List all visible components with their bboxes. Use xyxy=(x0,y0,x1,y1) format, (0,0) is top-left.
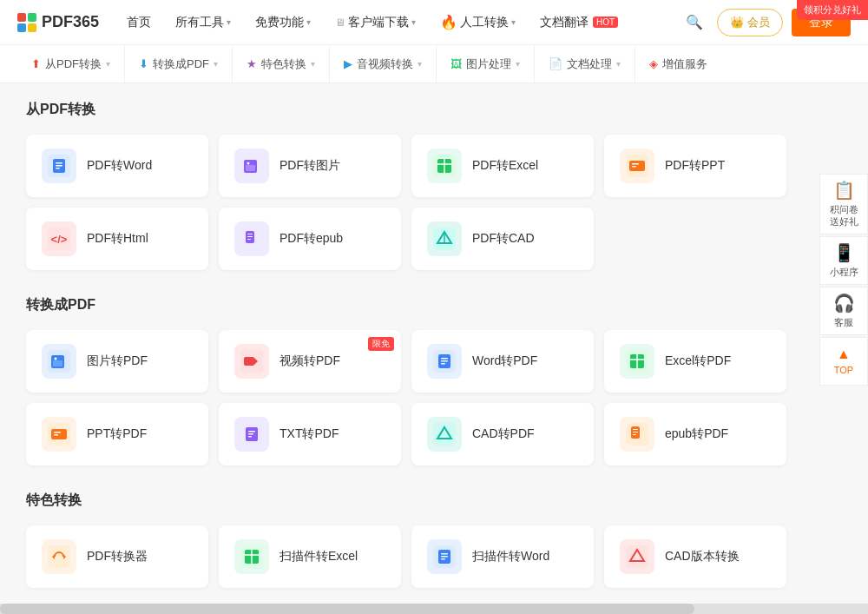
special-grid: PDF转换器 扫描件转Excel 扫描件转Word CAD版本转换 xyxy=(26,525,842,588)
pdf-converter-icon xyxy=(42,539,76,574)
tool-video-to-pdf[interactable]: 视频转PDF 限免 xyxy=(219,330,401,393)
svg-rect-2 xyxy=(56,162,62,164)
svg-rect-36 xyxy=(441,358,448,360)
svg-rect-16 xyxy=(632,166,636,168)
section-to-pdf: 转换成PDF 图片转PDF 视频转PDF 限免 Word转PDF xyxy=(26,296,842,465)
tool-word-to-pdf[interactable]: Word转PDF xyxy=(411,330,594,393)
tool-scan-to-excel[interactable]: 扫描件转Excel xyxy=(219,525,401,588)
horizontal-scrollbar[interactable] xyxy=(0,604,868,614)
tool-name: PDF转Html xyxy=(87,231,148,247)
section-special-title: 特色转换 xyxy=(26,492,842,510)
svg-rect-44 xyxy=(51,429,67,439)
pdf-to-word-icon xyxy=(42,149,76,183)
nav-home[interactable]: 首页 xyxy=(116,10,161,36)
tool-pdf-to-cad[interactable]: PDF转CAD xyxy=(411,208,594,270)
mini-program-button[interactable]: 📱 小程序 xyxy=(819,236,868,285)
up-arrow-icon: ▲ xyxy=(837,347,851,362)
tool-scan-to-word[interactable]: 扫描件转Word xyxy=(411,525,594,588)
tool-pdf-to-word[interactable]: PDF转Word xyxy=(26,135,208,197)
chevron-down-icon: ▾ xyxy=(418,59,422,69)
tool-name: PDF转PPT xyxy=(665,158,725,174)
svg-rect-29 xyxy=(53,360,62,366)
tool-name: CAD转PDF xyxy=(472,426,535,442)
tool-pdf-to-epub[interactable]: PDF转epub xyxy=(219,208,401,270)
sub-nav-image[interactable]: 🖼 图片处理 ▾ xyxy=(437,45,535,83)
scrollbar-thumb[interactable] xyxy=(0,604,694,614)
word-to-pdf-icon xyxy=(427,344,462,379)
tool-txt-to-pdf[interactable]: TXT转PDF xyxy=(219,403,401,465)
tool-name: 视频转PDF xyxy=(279,353,340,369)
svg-rect-21 xyxy=(247,234,253,234)
pdf-to-excel-icon xyxy=(427,149,462,183)
tool-name: Excel转PDF xyxy=(665,353,731,369)
logo-icon xyxy=(17,13,36,32)
from-pdf-grid: PDF转Word PDF转图片 PDF转Excel PDF转PPT xyxy=(26,135,842,270)
svg-text:</>: </> xyxy=(51,233,68,246)
logo[interactable]: PDF365 xyxy=(17,13,99,32)
tool-pdf-to-image[interactable]: PDF转图片 xyxy=(219,135,401,197)
pdf-to-ppt-icon xyxy=(620,149,654,183)
main-content: 从PDF转换 PDF转Word PDF转图片 PDF转Excel xyxy=(0,83,868,614)
svg-rect-70 xyxy=(441,558,445,560)
svg-rect-32 xyxy=(244,357,254,366)
sub-nav-value-added[interactable]: ◈ 增值服务 xyxy=(635,45,721,83)
tool-epub-to-pdf[interactable]: epub转PDF xyxy=(604,403,786,465)
nav-all-tools[interactable]: 所有工具 ▾ xyxy=(165,10,241,36)
sub-nav-special[interactable]: ★ 特色转换 ▾ xyxy=(233,45,330,83)
svg-rect-49 xyxy=(248,431,255,432)
survey-button[interactable]: 📋 积问卷送好礼 xyxy=(819,174,868,234)
nav-download[interactable]: 🖥 客户端下载 ▾ xyxy=(325,10,426,36)
nav-translate[interactable]: 文档翻译 HOT xyxy=(529,10,628,36)
to-pdf-icon: ⬇ xyxy=(139,57,148,70)
svg-rect-57 xyxy=(633,432,638,432)
document-icon: 📄 xyxy=(549,57,562,70)
pdf-to-epub-icon xyxy=(234,221,269,256)
image-to-pdf-icon xyxy=(42,344,76,379)
value-icon: ◈ xyxy=(649,57,658,70)
chevron-down-icon: ▾ xyxy=(214,59,218,69)
tool-image-to-pdf[interactable]: 图片转PDF xyxy=(26,330,208,393)
sub-nav-to-pdf[interactable]: ⬇ 转换成PDF ▾ xyxy=(125,45,233,83)
excel-to-pdf-icon xyxy=(620,344,654,379)
sub-nav-media[interactable]: ▶ 音视频转换 ▾ xyxy=(330,45,437,83)
tool-name: CAD版本转换 xyxy=(665,549,740,564)
vip-button[interactable]: 👑 会员 xyxy=(717,9,783,36)
svg-rect-3 xyxy=(56,165,62,167)
svg-rect-50 xyxy=(248,433,253,435)
pdf-to-cad-icon xyxy=(427,221,462,256)
section-to-pdf-title: 转换成PDF xyxy=(26,296,842,314)
tool-excel-to-pdf[interactable]: Excel转PDF xyxy=(604,330,786,393)
scroll-to-top-button[interactable]: ▲ TOP xyxy=(819,337,868,386)
ppt-to-pdf-icon xyxy=(42,417,76,452)
promo-badge[interactable]: 领积分兑好礼 xyxy=(797,0,868,20)
svg-rect-38 xyxy=(441,363,445,365)
tool-cad-to-pdf[interactable]: CAD转PDF xyxy=(411,403,594,465)
search-button[interactable]: 🔍 xyxy=(681,9,708,36)
sub-nav-document[interactable]: 📄 文档处理 ▾ xyxy=(535,45,635,83)
nav-ai-convert[interactable]: 🔥 人工转换 ▾ xyxy=(430,9,526,36)
section-from-pdf: 从PDF转换 PDF转Word PDF转图片 PDF转Excel xyxy=(26,101,842,270)
nav-free-features[interactable]: 免费功能 ▾ xyxy=(245,10,321,36)
tool-name: 扫描件转Word xyxy=(472,549,549,564)
tool-cad-version[interactable]: CAD版本转换 xyxy=(604,525,786,588)
tool-name: epub转PDF xyxy=(665,426,728,442)
tool-pdf-to-ppt[interactable]: PDF转PPT xyxy=(604,135,786,197)
tool-name: TXT转PDF xyxy=(279,426,339,442)
svg-rect-14 xyxy=(629,161,645,171)
tool-ppt-to-pdf[interactable]: PPT转PDF xyxy=(26,403,208,465)
fire-icon: 🔥 xyxy=(440,14,457,30)
limited-free-badge: 限免 xyxy=(368,337,394,351)
special-icon: ★ xyxy=(247,57,257,70)
tool-pdf-to-html[interactable]: </> PDF转Html xyxy=(26,208,208,270)
svg-point-8 xyxy=(247,162,250,165)
customer-service-button[interactable]: 🎧 客服 xyxy=(819,287,868,335)
svg-rect-7 xyxy=(246,165,255,171)
chevron-down-icon: ▾ xyxy=(306,17,311,27)
tool-pdf-converter[interactable]: PDF转换器 xyxy=(26,525,208,588)
svg-rect-22 xyxy=(247,236,253,237)
pdf-to-image-icon xyxy=(234,149,269,183)
svg-rect-45 xyxy=(54,432,61,433)
tool-pdf-to-excel[interactable]: PDF转Excel xyxy=(411,135,594,197)
main-header: PDF365 首页 所有工具 ▾ 免费功能 ▾ 🖥 客户端下载 ▾ 🔥 人工转换… xyxy=(0,0,868,45)
sub-nav-from-pdf[interactable]: ⬆ 从PDF转换 ▾ xyxy=(17,45,125,83)
